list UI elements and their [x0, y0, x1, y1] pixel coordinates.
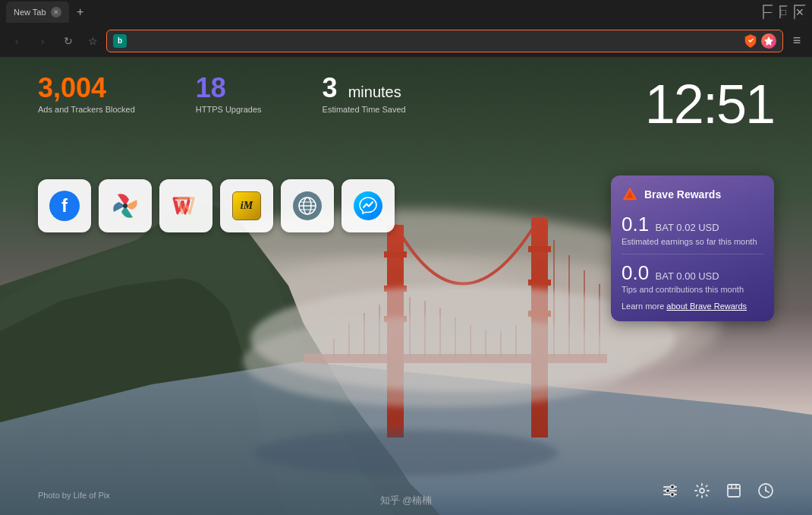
close-button[interactable]: ✕: [794, 5, 806, 20]
history-icon[interactable]: [725, 482, 742, 503]
forward-button[interactable]: ›: [32, 30, 53, 52]
settings-icon[interactable]: [694, 482, 710, 503]
tab-area: New Tab ✕ +: [6, 2, 89, 23]
svg-point-36: [254, 430, 558, 476]
ads-blocked-label: Ads and Trackers Blocked: [38, 105, 135, 114]
brave-lion-icon: [622, 186, 638, 203]
bing-icon: b: [113, 34, 127, 48]
tips-stat: 0.0 BAT 0.00 USD Tips and contributions …: [622, 262, 763, 295]
maximize-button[interactable]: □: [779, 5, 788, 19]
new-tab-button[interactable]: +: [72, 4, 89, 21]
url-input[interactable]: [131, 35, 738, 46]
ads-blocked-stat: 3,004 Ads and Trackers Blocked: [38, 73, 135, 114]
facebook-icon: f: [49, 191, 80, 221]
tips-label: Tips and contributions this month: [622, 285, 763, 294]
stats-bar: 3,004 Ads and Trackers Blocked 18 HTTPS …: [38, 73, 406, 114]
svg-line-62: [766, 491, 769, 492]
speed-dial-wildcard[interactable]: W: [159, 179, 212, 232]
ads-blocked-value: 3,004: [38, 73, 135, 103]
clock-display: 12:51: [645, 73, 774, 135]
customize-icon[interactable]: [662, 482, 678, 503]
svg-point-35: [243, 316, 637, 407]
omnibox[interactable]: b: [106, 30, 783, 52]
svg-point-37: [123, 204, 127, 208]
tips-bat: BAT 0.00 USD: [656, 270, 719, 282]
rewards-header: Brave Rewards: [622, 186, 763, 203]
svg-rect-56: [728, 485, 740, 497]
svg-rect-14: [528, 246, 551, 252]
svg-rect-15: [528, 280, 551, 286]
earnings-value: 0.1: [622, 213, 649, 235]
brave-rewards-card[interactable]: Brave Rewards 0.1 BAT 0.02 USD Estimated…: [611, 175, 774, 321]
rewards-divider: [622, 254, 763, 254]
titlebar: New Tab ✕ + ─ □ ✕: [0, 0, 812, 24]
brave-shield-icon[interactable]: [743, 33, 758, 49]
speed-dial-pinwheel[interactable]: [99, 179, 152, 232]
time-label: Estimated Time Saved: [323, 105, 406, 114]
svg-point-53: [666, 489, 670, 493]
svg-point-54: [671, 493, 675, 497]
omnibox-right: [743, 33, 776, 49]
tab-label: New Tab: [14, 8, 46, 17]
globe-icon: [293, 191, 322, 220]
speed-dial-messenger[interactable]: [341, 179, 395, 232]
time-stat: 3 minutes Estimated Time Saved: [323, 73, 406, 114]
rewards-title: Brave Rewards: [644, 188, 721, 201]
pinwheel-icon: [110, 191, 140, 221]
photo-credit: Photo by Life of Pix: [38, 491, 110, 500]
messenger-icon: [354, 191, 382, 220]
speed-dial-im[interactable]: iM: [220, 179, 273, 232]
https-stat: 18 HTTPS Upgrades: [196, 73, 262, 114]
rewards-nav-icon[interactable]: [761, 33, 776, 49]
tips-value: 0.0: [622, 261, 649, 284]
bottom-toolbar: [662, 482, 774, 503]
main-content: 3,004 Ads and Trackers Blocked 18 HTTPS …: [0, 58, 812, 515]
tab-close-button[interactable]: ✕: [51, 7, 61, 17]
time-unit: minutes: [348, 84, 401, 100]
watermark: 知乎 @楠楠: [380, 494, 433, 507]
reload-button[interactable]: ↻: [58, 30, 79, 52]
svg-point-52: [671, 485, 675, 489]
clock-icon[interactable]: [757, 482, 774, 503]
navbar: ‹ › ↻ ☆ b ≡: [0, 24, 812, 58]
learn-more-text: Learn more: [622, 302, 664, 311]
earnings-bat: BAT 0.02 USD: [656, 222, 719, 233]
window-controls: ─ □ ✕: [763, 5, 806, 20]
wildcard-icon: W: [171, 191, 201, 221]
svg-point-55: [700, 488, 704, 493]
im-icon: iM: [232, 191, 261, 220]
svg-marker-0: [764, 36, 773, 46]
speed-dial-globe[interactable]: [281, 179, 334, 232]
back-button[interactable]: ‹: [6, 30, 27, 52]
speed-dial: f W iM: [38, 179, 395, 232]
active-tab[interactable]: New Tab ✕: [6, 2, 69, 23]
speed-dial-facebook[interactable]: f: [38, 179, 91, 232]
https-value: 18: [196, 73, 262, 103]
earnings-label: Estimated earnings so far this month: [622, 237, 763, 246]
https-label: HTTPS Upgrades: [196, 105, 262, 114]
svg-rect-10: [384, 251, 407, 258]
earnings-stat: 0.1 BAT 0.02 USD Estimated earnings so f…: [622, 213, 763, 246]
learn-more-link[interactable]: about Brave Rewards: [666, 302, 747, 311]
minimize-button[interactable]: ─: [763, 5, 773, 20]
main-menu-button[interactable]: ≡: [788, 32, 806, 50]
learn-more-section: Learn more about Brave Rewards: [622, 302, 763, 311]
time-value: 3 minutes: [323, 73, 406, 103]
bookmark-button[interactable]: ☆: [83, 32, 102, 50]
